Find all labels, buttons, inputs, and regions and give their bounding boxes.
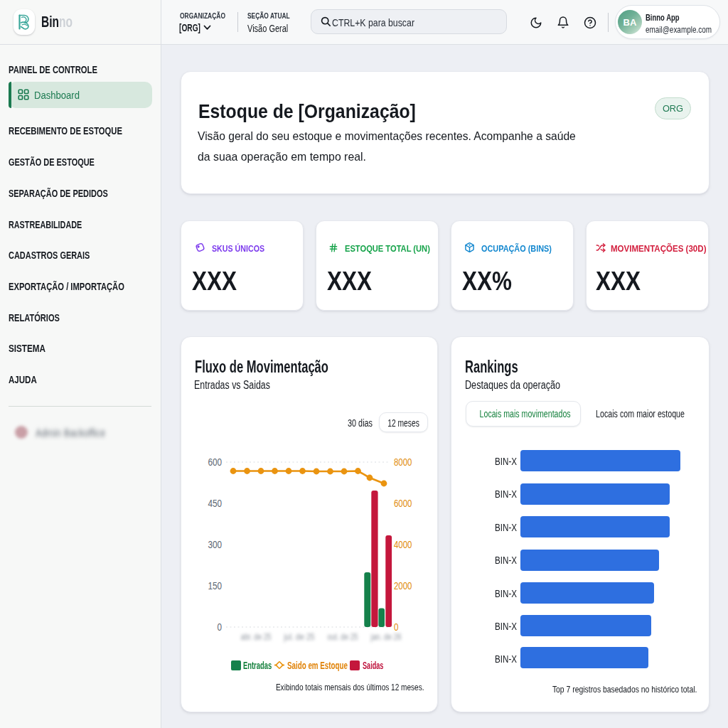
svg-text:0: 0 — [218, 621, 223, 633]
svg-text:150: 150 — [208, 580, 222, 592]
svg-text:300: 300 — [208, 539, 222, 550]
svg-text:jan. de 26: jan. de 26 — [370, 631, 402, 642]
svg-text:4000: 4000 — [394, 539, 412, 550]
svg-text:out. de 25: out. de 25 — [328, 631, 358, 642]
svg-text:450: 450 — [208, 498, 222, 509]
svg-text:6000: 6000 — [394, 498, 412, 509]
svg-text:8000: 8000 — [394, 456, 412, 468]
svg-text:2000: 2000 — [394, 580, 412, 592]
svg-text:600: 600 — [208, 456, 222, 468]
svg-text:abr. de 25: abr. de 25 — [241, 631, 272, 642]
svg-text:jul. de 25: jul. de 25 — [284, 631, 315, 642]
